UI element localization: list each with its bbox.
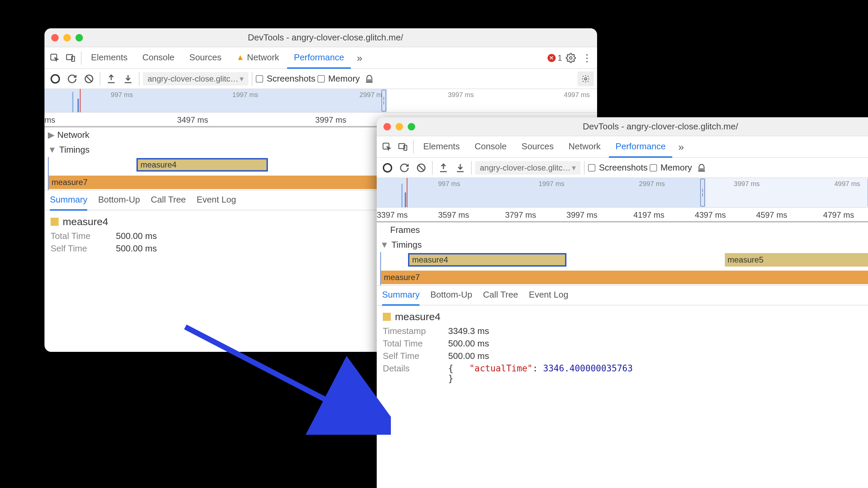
tracks: Frames ▼ Timings measure4 measure5 measu…	[377, 222, 868, 285]
window-title: DevTools - angry-clover-close.glitch.me/	[87, 32, 564, 43]
kebab-icon[interactable]: ⋮	[580, 51, 594, 65]
screenshots-checkbox[interactable]: Screenshots	[256, 73, 315, 84]
upload-icon[interactable]	[104, 71, 119, 86]
url-selector[interactable]: angry-clover-close.glitc…▾	[143, 72, 248, 86]
perf-toolbar: angry-clover-close.glitc…▾ Screenshots M…	[44, 69, 597, 89]
capture-settings-icon[interactable]	[578, 71, 594, 86]
zoom-icon[interactable]	[75, 34, 83, 41]
tab-elements[interactable]: Elements	[84, 47, 134, 69]
selected-event-name: measure4	[383, 311, 868, 323]
chevron-down-icon: ▼	[48, 145, 57, 155]
tab-elements[interactable]: Elements	[416, 136, 466, 158]
time-tick: 4997 ms	[564, 91, 590, 99]
color-swatch	[51, 218, 59, 226]
track-frames[interactable]: Frames	[377, 222, 868, 237]
overview-handle-left[interactable]	[700, 179, 705, 207]
tab-network[interactable]: ▲Network	[229, 47, 286, 69]
time-tick: 3797 ms	[505, 210, 536, 220]
device-toggle-icon[interactable]	[63, 51, 78, 65]
warning-icon: ▲	[236, 53, 244, 62]
time-tick: 997 ms	[111, 91, 133, 99]
panel-tabbar: Elements Console Sources ▲Network Perfor…	[44, 47, 597, 69]
time-tick: 1997 ms	[538, 180, 564, 188]
time-tick: 3597 ms	[438, 210, 469, 220]
close-icon[interactable]	[51, 34, 59, 41]
inspect-icon[interactable]	[47, 51, 62, 65]
window-title: DevTools - angry-clover-close.glitch.me/	[419, 121, 868, 132]
tab-sources[interactable]: Sources	[183, 47, 228, 69]
download-icon[interactable]	[453, 160, 468, 175]
reload-icon[interactable]	[397, 160, 412, 175]
clear-icon[interactable]	[82, 71, 96, 86]
download-icon[interactable]	[121, 71, 135, 86]
dtab-bottomup[interactable]: Bottom-Up	[98, 190, 140, 211]
perf-toolbar: angry-clover-close.glitc…▾ Screenshots M…	[377, 158, 868, 178]
time-tick: ms	[44, 115, 55, 125]
record-button[interactable]	[380, 160, 395, 175]
time-ruler[interactable]: 3397 ms3597 ms3797 ms3997 ms4197 ms4397 …	[377, 208, 868, 222]
minimize-icon[interactable]	[396, 123, 403, 130]
flame-measure7[interactable]: measure7	[381, 271, 868, 284]
titlebar: DevTools - angry-clover-close.glitch.me/	[377, 117, 868, 136]
tab-console[interactable]: Console	[468, 136, 513, 158]
record-button[interactable]	[48, 71, 63, 86]
time-tick: 3997 ms	[566, 210, 597, 220]
dtab-bottomup[interactable]: Bottom-Up	[430, 285, 472, 306]
garbage-collect-icon[interactable]	[362, 71, 377, 86]
more-tabs-icon[interactable]: »	[674, 140, 688, 154]
upload-icon[interactable]	[436, 160, 451, 175]
flame-measure5[interactable]: measure5	[725, 253, 868, 267]
garbage-collect-icon[interactable]	[694, 160, 709, 175]
time-tick: 2997 ms	[639, 180, 665, 188]
tab-sources[interactable]: Sources	[515, 136, 560, 158]
time-tick: 3997 ms	[734, 180, 760, 188]
time-tick: 3397 ms	[377, 210, 408, 220]
more-tabs-icon[interactable]: »	[352, 51, 367, 65]
overview-strip[interactable]: 997 ms1997 ms2997 ms3997 ms4997 ms CPUNE…	[377, 178, 868, 208]
url-selector[interactable]: angry-clover-close.glitc…▾	[475, 161, 581, 175]
dtab-summary[interactable]: Summary	[382, 285, 420, 306]
devtools-window-after: DevTools - angry-clover-close.glitch.me/…	[377, 117, 868, 488]
dtab-calltree[interactable]: Call Tree	[483, 285, 518, 306]
detail-tabbar: Summary Bottom-Up Call Tree Event Log	[377, 285, 868, 305]
time-tick: 1997 ms	[232, 91, 258, 99]
tab-performance[interactable]: Performance	[287, 47, 351, 69]
tab-performance[interactable]: Performance	[609, 136, 673, 158]
detail-body: measure4 Timestamp3349.3 ms Total Time50…	[377, 305, 868, 391]
time-tick: 4597 ms	[756, 210, 787, 220]
screenshots-checkbox[interactable]: Screenshots	[588, 162, 648, 173]
close-icon[interactable]	[383, 123, 391, 130]
gear-icon[interactable]	[563, 51, 578, 65]
zoom-icon[interactable]	[408, 123, 415, 130]
svg-point-3	[569, 57, 572, 59]
error-icon: ✕	[548, 54, 556, 62]
device-toggle-icon[interactable]	[396, 140, 410, 154]
time-tick: 4997 ms	[834, 180, 860, 188]
tab-network[interactable]: Network	[562, 136, 607, 158]
dtab-summary[interactable]: Summary	[50, 190, 87, 211]
clear-icon[interactable]	[414, 160, 429, 175]
chevron-down-icon: ▼	[380, 240, 389, 250]
time-tick: 3997 ms	[315, 115, 346, 125]
tab-console[interactable]: Console	[135, 47, 181, 69]
memory-checkbox[interactable]: Memory	[317, 73, 360, 84]
time-tick: 4397 ms	[695, 210, 726, 220]
minimize-icon[interactable]	[63, 34, 71, 41]
overview-handle-right[interactable]	[381, 90, 386, 112]
dtab-eventlog[interactable]: Event Log	[197, 190, 236, 211]
flame-measure4[interactable]: measure4	[136, 158, 268, 172]
chevron-right-icon: ▶	[48, 130, 55, 140]
memory-checkbox[interactable]: Memory	[650, 162, 692, 173]
inspect-icon[interactable]	[379, 140, 394, 154]
reload-icon[interactable]	[65, 71, 80, 86]
overview-strip[interactable]: 997 ms1997 ms2997 ms3997 ms4997 ms	[44, 89, 597, 113]
flame-measure4[interactable]: measure4	[408, 253, 566, 267]
track-timings[interactable]: ▼ Timings	[377, 237, 868, 252]
time-tick: 4797 ms	[823, 210, 854, 220]
dtab-eventlog[interactable]: Event Log	[529, 285, 568, 306]
time-tick: 997 ms	[438, 180, 460, 188]
error-badge[interactable]: ✕1	[548, 53, 562, 63]
titlebar: DevTools - angry-clover-close.glitch.me/	[44, 28, 597, 47]
color-swatch	[383, 313, 391, 321]
dtab-calltree[interactable]: Call Tree	[151, 190, 186, 211]
